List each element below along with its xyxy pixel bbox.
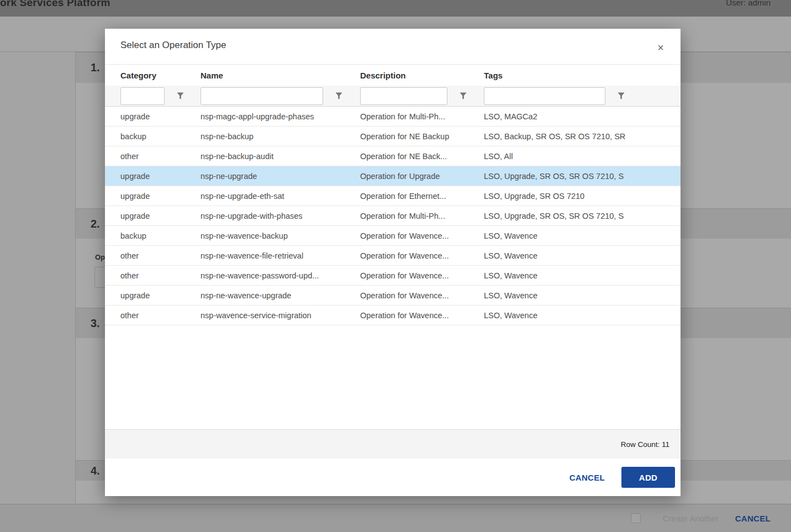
- table-row[interactable]: upgrade nsp-magc-appl-upgrade-phases Ope…: [105, 107, 681, 127]
- cell-description: Operation for Ethernet...: [360, 192, 484, 201]
- category-filter-input[interactable]: [120, 87, 165, 105]
- operation-field-label: Op: [95, 253, 105, 261]
- select-operation-type-dialog: Select an Operation Type × Category Name…: [105, 29, 681, 496]
- tags-filter-input[interactable]: [484, 87, 605, 105]
- cell-name: nsp-ne-wavence-backup: [201, 231, 360, 240]
- cell-name: nsp-ne-wavence-upgrade: [201, 291, 360, 300]
- cell-name: nsp-ne-wavence-password-upd...: [201, 271, 360, 280]
- dialog-footer: CANCEL ADD: [105, 459, 681, 496]
- table-row[interactable]: other nsp-ne-backup-audit Operation for …: [105, 146, 681, 166]
- table-row[interactable]: upgrade nsp-ne-upgrade-eth-sat Operation…: [105, 186, 681, 206]
- operation-type-table: upgrade nsp-magc-appl-upgrade-phases Ope…: [105, 107, 681, 325]
- cell-description: Operation for NE Backup: [360, 132, 484, 141]
- cell-category: upgrade: [120, 212, 201, 220]
- cell-category: other: [120, 251, 201, 260]
- page-footer-bar: Create Another CANCEL: [0, 504, 791, 532]
- description-filter-input[interactable]: [360, 87, 447, 105]
- cell-tags: LSO, Wavence: [484, 271, 681, 280]
- cell-category: upgrade: [120, 112, 201, 121]
- filter-funnel-icon[interactable]: [460, 92, 467, 99]
- cell-tags: LSO, Upgrade, SR OS, SR OS 7210, S: [484, 212, 681, 220]
- page-cancel-button[interactable]: CANCEL: [735, 514, 771, 523]
- table-row[interactable]: other nsp-ne-wavence-file-retrieval Oper…: [105, 246, 681, 266]
- step-number: 2.: [91, 218, 100, 230]
- cell-tags: LSO, Wavence: [484, 231, 681, 240]
- table-row[interactable]: backup nsp-ne-backup Operation for NE Ba…: [105, 127, 681, 146]
- cell-category: backup: [120, 231, 201, 240]
- close-icon[interactable]: ×: [657, 42, 664, 53]
- cell-tags: LSO, All: [484, 152, 681, 161]
- cell-category: upgrade: [120, 172, 201, 181]
- table-row[interactable]: upgrade nsp-ne-upgrade-with-phases Opera…: [105, 206, 681, 226]
- column-header-description[interactable]: Description: [360, 71, 484, 80]
- table-row[interactable]: upgrade nsp-ne-wavence-upgrade Operation…: [105, 286, 681, 305]
- cancel-button[interactable]: CANCEL: [569, 473, 605, 482]
- top-navigation-bar: ork Services Platform User: admin: [0, 0, 791, 17]
- step-number: 1.: [91, 61, 100, 74]
- cell-category: other: [120, 311, 201, 320]
- cell-description: Operation for Wavence...: [360, 291, 484, 300]
- column-header-category[interactable]: Category: [120, 71, 201, 80]
- cell-description: Operation for Wavence...: [360, 231, 484, 240]
- cell-tags: LSO, Wavence: [484, 251, 681, 260]
- cell-description: Operation for Wavence...: [360, 271, 484, 280]
- filter-funnel-icon[interactable]: [618, 92, 625, 99]
- cell-category: backup: [120, 132, 201, 141]
- table-row[interactable]: other nsp-wavence-service-migration Oper…: [105, 305, 681, 325]
- cell-description: Operation for Wavence...: [360, 251, 484, 260]
- cell-name: nsp-ne-wavence-file-retrieval: [201, 251, 360, 260]
- cell-category: upgrade: [120, 192, 201, 201]
- cell-name: nsp-wavence-service-migration: [201, 311, 360, 320]
- name-filter-input[interactable]: [201, 87, 323, 105]
- cell-category: upgrade: [120, 291, 201, 300]
- create-another-checkbox[interactable]: [631, 513, 641, 523]
- cell-name: nsp-ne-upgrade: [201, 172, 360, 181]
- cell-name: nsp-ne-upgrade-eth-sat: [201, 192, 360, 201]
- cell-name: nsp-magc-appl-upgrade-phases: [201, 112, 360, 121]
- table-row[interactable]: backup nsp-ne-wavence-backup Operation f…: [105, 226, 681, 246]
- cell-description: Operation for NE Back...: [360, 152, 484, 161]
- cell-description: Operation for Wavence...: [360, 311, 484, 320]
- filter-funnel-icon[interactable]: [177, 92, 184, 99]
- step-number: 3.: [91, 317, 100, 330]
- create-another-label: Create Another: [663, 514, 719, 523]
- add-button[interactable]: ADD: [621, 467, 675, 488]
- cell-name: nsp-ne-backup-audit: [201, 152, 360, 161]
- cell-description: Operation for Multi-Ph...: [360, 112, 484, 121]
- step-number: 4.: [91, 465, 100, 477]
- cell-description: Operation for Multi-Ph...: [360, 212, 484, 220]
- left-margin-strip: [0, 52, 76, 503]
- user-label: User: admin: [726, 0, 771, 7]
- cell-tags: LSO, Wavence: [484, 291, 681, 300]
- table-header-row: Category Name Description Tags: [105, 64, 681, 86]
- cell-tags: LSO, MAGCa2: [484, 112, 681, 121]
- table-row[interactable]: other nsp-ne-wavence-password-upd... Ope…: [105, 266, 681, 286]
- cell-category: other: [120, 271, 201, 280]
- table-row-selected[interactable]: upgrade nsp-ne-upgrade Operation for Upg…: [105, 166, 681, 186]
- column-header-tags[interactable]: Tags: [484, 71, 681, 80]
- cell-name: nsp-ne-backup: [201, 132, 360, 141]
- table-filter-row: [105, 86, 681, 107]
- cell-name: nsp-ne-upgrade-with-phases: [201, 212, 360, 220]
- row-count-label: Row Count: 11: [621, 440, 669, 449]
- cell-category: other: [120, 152, 201, 161]
- dialog-title: Select an Operation Type: [120, 40, 226, 51]
- column-header-name[interactable]: Name: [201, 71, 360, 80]
- row-count-bar: Row Count: 11: [105, 429, 681, 459]
- cell-tags: LSO, Backup, SR OS, SR OS 7210, SR: [484, 132, 681, 141]
- cell-tags: LSO, Wavence: [484, 311, 681, 320]
- cell-description: Operation for Upgrade: [360, 172, 484, 181]
- cell-tags: LSO, Upgrade, SR OS 7210: [484, 192, 681, 201]
- app-title: ork Services Platform: [0, 0, 110, 9]
- filter-funnel-icon[interactable]: [335, 92, 342, 99]
- cell-tags: LSO, Upgrade, SR OS, SR OS 7210, S: [484, 172, 681, 181]
